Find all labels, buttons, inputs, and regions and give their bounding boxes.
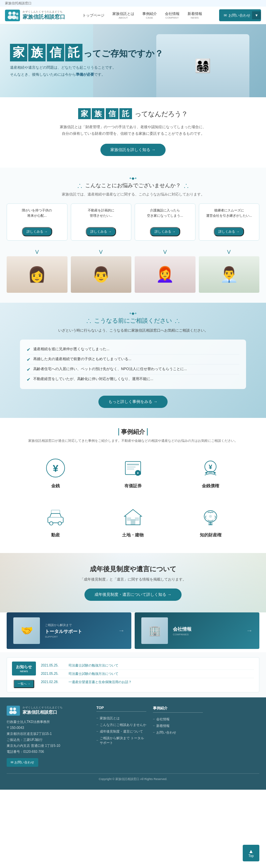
nav-about[interactable]: 家族信託とはABOUT <box>108 9 138 21</box>
service-banner-support[interactable]: 🤝 ご相談から解決まで トータルサポート SUPPORT → <box>7 612 131 649</box>
header: かぞくしんたくそうだんまどぐち 家族信託相談窓口 トップページ 家族信託とはAB… <box>0 7 266 24</box>
chevron-3: ∨ <box>135 247 195 256</box>
news-more-button[interactable]: 一覧へ → <box>14 680 34 688</box>
news-item-1: 2021.05.25. 司法書士試験の勉強方法について <box>41 661 254 670</box>
cases-heading: 事例紹介 <box>116 428 150 436</box>
footer-logo-text-area: かぞくしんたくそうだんまどぐち 家族信託相談窓口 <box>23 706 62 715</box>
service-company-title: 会社情報 <box>173 626 191 632</box>
concern-text-2: 不動産を計画的に管理させたい... <box>74 208 129 224</box>
nav-cases[interactable]: 事例紹介CASE <box>138 9 161 21</box>
svg-point-0 <box>8 11 11 15</box>
title-box-shin: 信 <box>106 108 118 119</box>
service-support-en: SUPPORT <box>45 635 82 638</box>
chevron-1: ∨ <box>7 247 68 256</box>
consult-item-text-3: 高齢者住宅への入居に伴い、ペットの預け先がなく、NPO法人に任せ替わってもらうこ… <box>33 367 187 371</box>
hero-desc: 遺産相続や遺言などの問題は、どなたでも起こりうることです。 そんなとき、後悔しな… <box>10 64 163 78</box>
nav-company[interactable]: 会社情報COMPANY <box>161 9 184 21</box>
concern-text-3: 介護施設に入ったら空き家になってしまう... <box>138 208 192 224</box>
seigo-more-button[interactable]: 成年後見制度・遺言について詳しく知る → <box>84 589 181 601</box>
concern-card-1: 障がいを持つ子供の将来が心配... 詳しくみる → <box>7 204 68 241</box>
footer-nav-consult[interactable]: こんな方にご相談ありませんか <box>97 722 146 728</box>
service-support-title: トータルサポート <box>45 629 82 634</box>
footer-tel: 電話番号：0120-692-706 <box>7 749 90 755</box>
case-icon-house <box>122 505 144 529</box>
svg-point-3 <box>8 15 12 19</box>
service-company-arrow-icon: → <box>246 627 253 634</box>
case-icon-ip <box>199 505 222 529</box>
diamond-3 <box>135 177 137 179</box>
footer-nav-company[interactable]: 会社情報 <box>153 716 203 723</box>
news-text-3[interactable]: 一遺産分望遺言書と生命保険活用のお話？ <box>69 680 132 684</box>
footer-nav-support[interactable]: ご相談から解決まで トータルサポート <box>97 735 146 746</box>
svg-point-19 <box>50 522 53 525</box>
concern-btn-4[interactable]: 詳しくみる → <box>214 227 244 236</box>
footer: かぞくしんたくそうだんまどぐち 家族信託相談窓口 行政書士法人TKD法務事務所 … <box>0 698 266 790</box>
news-row: お知らせ NEWS 一覧へ → 2021.05.25. 司法書士試験の勉強方法に… <box>12 661 254 688</box>
footer-nav-news[interactable]: 新着情報 <box>153 723 203 729</box>
news-badge: お知らせ NEWS <box>12 661 36 676</box>
shintaku-title: 家 族 信 託 ってなんだろう？ <box>7 109 259 119</box>
footer-copyright: Copyright © 家族信託相談窓口 All Rights Reserved… <box>99 777 167 781</box>
diamond-2 <box>132 177 134 180</box>
svg-point-32 <box>13 707 16 710</box>
service-banner-company[interactable]: 🏢 会社情報 COMPANIES → <box>135 612 259 649</box>
footer-nav-contact[interactable]: お問い合わせ <box>153 729 203 736</box>
svg-text:¥: ¥ <box>209 463 212 470</box>
footer-company-col: かぞくしんたくそうだんまどぐち 家族信託相談窓口 行政書士法人TKD法務事務所 … <box>7 706 90 767</box>
concern-card-2: 不動産を計画的に管理させたい... 詳しくみる → <box>71 204 132 241</box>
news-text-1[interactable]: 司法書士試験の勉強方法について <box>69 663 118 668</box>
case-label-yen: 金銭 <box>25 483 86 489</box>
title-box-zo: 族 <box>92 108 104 119</box>
shintaku-more-button[interactable]: 家族信託を詳しく知る → <box>100 144 165 156</box>
nav-news[interactable]: 新着情報NEWS <box>184 9 206 21</box>
concern-btn-1[interactable]: 詳しくみる → <box>22 227 52 236</box>
diamond-1 <box>129 177 131 179</box>
services-row: 🤝 ご相談から解決まで トータルサポート SUPPORT → 🏢 会社情報 CO… <box>7 612 259 649</box>
footer-nav-col-2: 事例紹介 会社情報 新着情報 お問い合わせ <box>153 706 203 767</box>
news-date-1: 2021.05.25. <box>41 663 66 667</box>
concern-text-4: 後継者にスムーズに運営会社を引き継ぎがしたい... <box>202 208 257 224</box>
footer-nav-title-2: 事例紹介 <box>153 706 203 713</box>
svg-rect-24 <box>127 517 131 521</box>
nav-top[interactable]: トップページ <box>78 11 108 20</box>
news-label-en: NEWS <box>20 670 28 673</box>
footer-nav-title-1: TOP <box>97 706 146 712</box>
header-contact-button[interactable]: ✉ お問い合わせ ▼ <box>219 9 261 21</box>
footer-company-name: 行政書士法人TKD法務事務所 <box>7 719 90 725</box>
check-icon-2: ✔ <box>27 357 31 362</box>
hero-tag-ka: 家 <box>10 44 27 61</box>
shintaku-desc: 家族信託とは「財産管理」の一つの手法であり、老後や認知症になってしまった場合に、… <box>42 124 224 137</box>
svg-text:¥: ¥ <box>53 463 58 474</box>
seigo-section: 成年後見制度や遺言について 「成年後見制度」と「遺言」に関する情報を掲載しており… <box>0 553 266 612</box>
svg-point-27 <box>209 515 212 518</box>
news-item-2: 2021.05.25. 司法書士試験の勉強方法について <box>41 670 254 678</box>
case-icon-debt: ¥ <box>199 456 222 479</box>
case-card-debt: ¥ 金銭債権 <box>175 452 246 494</box>
footer-logo-icon <box>7 706 20 716</box>
footer-contact-button[interactable]: ✉ お問い合わせ <box>7 758 38 767</box>
svg-point-16 <box>206 472 207 474</box>
consult-item-3: ✔ 高齢者住宅への入居に伴い、ペットの預け先がなく、NPO法人に任せ替わってもら… <box>27 365 239 374</box>
consult-title: ∴ こうなる前にご相談ください ∴ <box>7 316 259 325</box>
concerns-sub: 家族信託では、遺産相続や遺産などに関する、このようなお悩みに対応しております。 <box>7 192 259 197</box>
person-img-1: 👩 <box>7 256 68 293</box>
chevron-2: ∨ <box>71 247 132 256</box>
footer-logo: かぞくしんたくそうだんまどぐち 家族信託相談窓口 <box>7 706 90 716</box>
sec-line-right <box>147 428 148 435</box>
footer-bank-branch: 東京丸の内支店 普通口座 1丁目5-10 <box>7 743 90 749</box>
concern-card-3: 介護施設に入ったら空き家になってしまう... 詳しくみる → <box>135 204 195 241</box>
consult-more-button[interactable]: もっと詳しく事例をみる → <box>99 396 167 408</box>
footer-nav-about[interactable]: 家族信託とは <box>97 715 146 722</box>
footer-nav-seigo[interactable]: 成年後見制度・遺言について <box>97 728 146 735</box>
news-text-2[interactable]: 司法書士試験の勉強方法について <box>69 672 118 676</box>
chevron-4: ∨ <box>199 247 260 256</box>
svg-point-31 <box>10 707 12 710</box>
cases-section: 事例紹介 家族信託相談窓口が過去に対応してきた事例をご紹介します。不動産や金融な… <box>0 418 266 553</box>
concern-btn-3[interactable]: 詳しくみる → <box>150 227 180 236</box>
news-badge-area: お知らせ NEWS 一覧へ → <box>12 661 36 688</box>
concern-btn-2[interactable]: 詳しくみる → <box>86 227 116 236</box>
consult-item-text-4: 不動産経営をしていたが、高齢化に伴い対応が難しくなり、運用不能に... <box>33 376 153 381</box>
hero-title-line1: 家 族 信 託 ってご存知ですか？ <box>10 44 163 61</box>
service-support-subtitle: ご相談から解決まで <box>45 623 82 627</box>
svg-point-33 <box>9 711 13 714</box>
